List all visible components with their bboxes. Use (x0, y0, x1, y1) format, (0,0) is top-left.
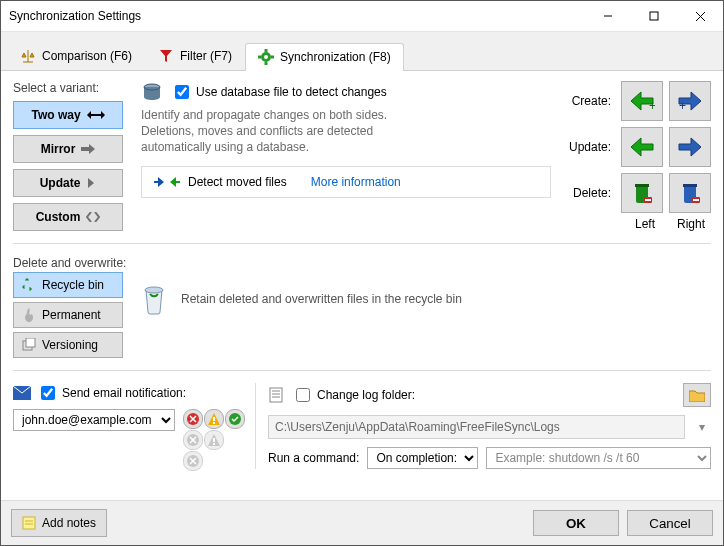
delete-label: Delete: (569, 186, 615, 200)
svg-rect-30 (213, 443, 215, 445)
note-icon (22, 516, 36, 530)
svg-rect-1 (650, 12, 658, 20)
tab-synchronization[interactable]: Synchronization (F8) (245, 43, 404, 71)
two-way-arrow-icon (87, 110, 105, 120)
envelope-icon (13, 386, 31, 400)
variant-custom[interactable]: Custom (13, 203, 123, 231)
tab-label: Synchronization (F8) (280, 50, 391, 64)
add-notes-button[interactable]: Add notes (11, 509, 107, 537)
svg-text:+: + (649, 99, 655, 112)
email-condition-grid (183, 409, 243, 469)
svg-rect-29 (213, 438, 215, 442)
email-checkbox-input[interactable] (41, 386, 55, 400)
arrow-right-icon (81, 144, 95, 154)
svg-point-22 (145, 287, 163, 293)
run-command-label: Run a command: (268, 451, 359, 465)
email-on-warning-disabled[interactable] (204, 430, 224, 450)
maximize-button[interactable] (631, 1, 677, 31)
recycle-bin-icon (139, 282, 169, 316)
change-log-folder-checkbox[interactable]: Change log folder: (292, 385, 415, 405)
svg-point-5 (264, 55, 268, 59)
delete-description: Retain deleted and overwritten files in … (181, 292, 462, 306)
update-left-button[interactable] (621, 127, 663, 167)
window-title: Synchronization Settings (9, 9, 585, 23)
arrows-left-right-icon (154, 175, 180, 189)
email-address-select[interactable]: john.doe@example.com (13, 409, 175, 431)
create-left-button[interactable]: + (621, 81, 663, 121)
email-on-error-disabled-2[interactable] (183, 451, 203, 471)
ok-button[interactable]: OK (533, 510, 619, 536)
cancel-button[interactable]: Cancel (627, 510, 713, 536)
detect-moved-box: Detect moved files More information (141, 166, 551, 198)
titlebar: Synchronization Settings (1, 1, 723, 32)
use-database-checkbox-input[interactable] (175, 85, 189, 99)
action-grid: Create: + + Update: Delete: (569, 81, 711, 213)
chevron-right-icon (86, 178, 96, 188)
email-checkbox[interactable]: Send email notification: (37, 383, 186, 403)
delete-heading: Delete and overwrite: (13, 256, 711, 270)
browse-log-folder-button[interactable] (683, 383, 711, 407)
more-information-link[interactable]: More information (311, 175, 401, 189)
variant-heading: Select a variant: (13, 81, 123, 95)
sync-settings-window: Synchronization Settings Comparison (F6)… (0, 0, 724, 546)
delete-overwrite-section: Delete and overwrite: Recycle bin Perman… (13, 256, 711, 358)
email-on-error-disabled[interactable] (183, 430, 203, 450)
dialog-body: Select a variant: Two way Mirror Update (1, 71, 723, 500)
delete-permanent-button[interactable]: Permanent (13, 302, 123, 328)
code-icon (86, 212, 100, 222)
flame-icon (22, 308, 36, 322)
close-button[interactable] (677, 1, 723, 31)
delete-recycle-button[interactable]: Recycle bin (13, 272, 123, 298)
variant-list: Two way Mirror Update Custom (13, 101, 123, 231)
minimize-button[interactable] (585, 1, 631, 31)
svg-rect-19 (693, 199, 699, 201)
svg-rect-26 (213, 422, 215, 424)
update-label: Update: (569, 140, 615, 154)
email-on-error-button[interactable] (183, 409, 203, 429)
svg-rect-17 (683, 184, 697, 187)
change-log-folder-checkbox-input[interactable] (296, 388, 310, 402)
dropdown-icon[interactable]: ▾ (693, 420, 711, 434)
variant-mirror[interactable]: Mirror (13, 135, 123, 163)
detect-moved-label: Detect moved files (188, 175, 287, 189)
email-on-warning-button[interactable] (204, 409, 224, 429)
svg-text:+: + (679, 99, 686, 112)
delete-option-list: Recycle bin Permanent Versioning (13, 272, 123, 358)
tab-bar: Comparison (F6) Filter (F7) Synchronizat… (1, 32, 723, 71)
delete-right-button[interactable] (669, 173, 711, 213)
dialog-footer: Add notes OK Cancel (1, 500, 723, 545)
svg-rect-16 (645, 199, 651, 201)
log-icon (268, 387, 284, 403)
svg-rect-25 (213, 417, 215, 421)
svg-rect-14 (635, 184, 649, 187)
scale-icon (20, 48, 36, 64)
svg-rect-36 (23, 517, 35, 529)
variant-section: Select a variant: Two way Mirror Update (13, 81, 711, 231)
run-command-input[interactable]: Example: shutdown /s /t 60 (486, 447, 711, 469)
right-column-label: Right (671, 217, 711, 231)
variant-description: Identify and propagate changes on both s… (141, 107, 401, 156)
email-on-success-button[interactable] (225, 409, 245, 429)
tab-comparison[interactable]: Comparison (F6) (7, 42, 145, 70)
update-right-button[interactable] (669, 127, 711, 167)
gear-icon (258, 49, 274, 65)
lower-section: Send email notification: john.doe@exampl… (13, 383, 711, 469)
svg-rect-32 (270, 388, 282, 402)
create-right-button[interactable]: + (669, 81, 711, 121)
log-folder-path: C:\Users\Zenju\AppData\Roaming\FreeFileS… (268, 415, 685, 439)
funnel-icon (158, 48, 174, 64)
tab-filter[interactable]: Filter (F7) (145, 42, 245, 70)
variant-two-way[interactable]: Two way (13, 101, 123, 129)
run-command-when-select[interactable]: On completion: (367, 447, 478, 469)
left-column-label: Left (625, 217, 665, 231)
versioning-icon (22, 338, 36, 352)
delete-left-button[interactable] (621, 173, 663, 213)
database-icon (141, 81, 163, 103)
variant-update[interactable]: Update (13, 169, 123, 197)
tab-label: Comparison (F6) (42, 49, 132, 63)
database-column: Use database file to detect changes Iden… (141, 81, 551, 198)
tab-label: Filter (F7) (180, 49, 232, 63)
delete-versioning-button[interactable]: Versioning (13, 332, 123, 358)
svg-rect-21 (26, 338, 35, 347)
use-database-checkbox[interactable]: Use database file to detect changes (171, 82, 387, 102)
